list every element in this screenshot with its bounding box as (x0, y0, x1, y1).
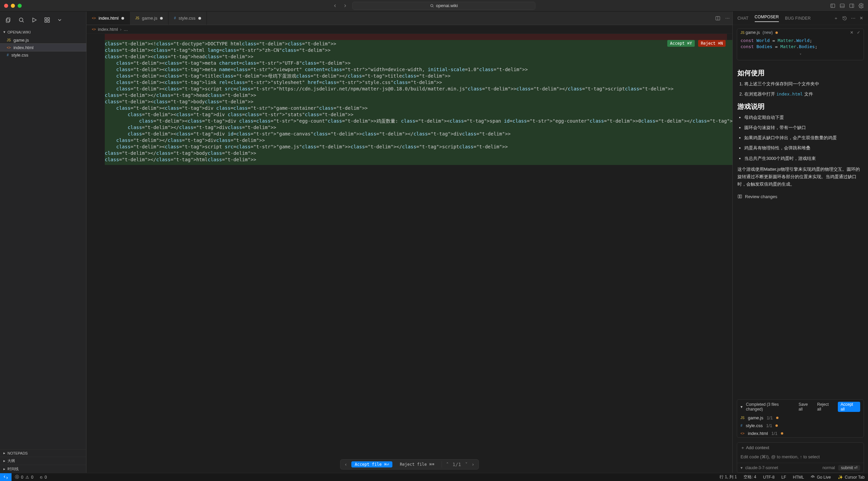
reject-file-button[interactable]: Reject file ⌘⌫ (396, 461, 437, 467)
status-cursor-pos[interactable]: 行 1, 列 1 (716, 474, 740, 480)
javascript-file-icon: JS (7, 38, 11, 42)
maximize-window-button[interactable] (18, 4, 22, 8)
file-item-game-js[interactable]: JS game.js (0, 36, 86, 44)
sidebar-section-notepads[interactable]: NOTEPADS (0, 449, 86, 457)
model-picker-chevron-icon[interactable] (741, 465, 743, 470)
project-header[interactable]: OPENAI.WIKI (0, 28, 86, 36)
run-icon[interactable] (31, 17, 37, 23)
reject-all-button[interactable]: Reject all (817, 402, 833, 412)
discard-snippet-icon[interactable]: ✕ (850, 30, 853, 35)
close-panel-icon[interactable]: ✕ (860, 15, 863, 21)
snippet-filename: JS game.js (741, 30, 760, 35)
svg-point-0 (431, 4, 433, 7)
save-all-button[interactable]: Save all (798, 402, 812, 412)
more-icon[interactable]: ⋯ (851, 15, 855, 21)
command-center-search[interactable]: openai.wiki (352, 2, 535, 10)
ai-panel: CHAT COMPOSER BUG FINDER ＋ ⋯ ✕ JS game.j… (732, 12, 868, 473)
remote-indicator[interactable] (0, 473, 12, 481)
tab-game-js[interactable]: JS game.js (130, 12, 169, 25)
status-cursor-tab[interactable]: ✨ Cursor Tab (834, 474, 868, 480)
file-item-index-html[interactable]: <> index.html (0, 44, 86, 51)
more-actions-icon[interactable]: ⋯ (725, 16, 730, 21)
status-eol[interactable]: LF (778, 474, 789, 480)
ai-response: 如何使用 将上述三个文件保存到同一个文件夹中 在浏览器中打开 index.htm… (733, 62, 868, 397)
snippet-filename-text: game.js (746, 30, 760, 35)
panel-bottom-icon[interactable] (840, 3, 845, 8)
status-language[interactable]: HTML (789, 474, 807, 480)
reject-hunk-button[interactable]: Reject ⌘N (698, 40, 726, 47)
error-count: 0 (21, 475, 23, 480)
submit-label: submit (841, 465, 853, 470)
sidebar-section-outline[interactable]: 大纲 (0, 457, 86, 465)
chevron-down-icon[interactable] (741, 404, 743, 409)
svg-rect-5 (7, 18, 10, 21)
tab-bug-finder[interactable]: BUG FINDER (785, 16, 811, 21)
breadcrumb[interactable]: <> index.html › … (86, 25, 732, 34)
status-errors[interactable]: ⓧ 0 ⚠ 0 (12, 474, 37, 480)
status-golive[interactable]: Go Live (807, 474, 834, 480)
status-indent[interactable]: 空格: 4 (740, 474, 760, 480)
accept-file-button[interactable]: Accept file ⌘⏎ (351, 461, 392, 467)
new-chat-icon[interactable]: ＋ (834, 15, 838, 21)
howto-heading: 如何使用 (737, 68, 863, 78)
split-editor-icon[interactable] (715, 16, 721, 21)
tab-index-html[interactable]: <> index.html (86, 12, 130, 25)
golive-label: Go Live (817, 475, 831, 480)
diff-icon (737, 194, 742, 199)
status-bar: ⓧ 0 ⚠ 0 ⎋ 0 行 1, 列 1 空格: 4 UTF-8 LF HTML… (0, 473, 868, 481)
panel-right-icon[interactable] (849, 3, 854, 8)
nav-forward-icon[interactable] (343, 3, 348, 8)
tab-style-css[interactable]: # style.css (169, 12, 206, 25)
tab-label: style.css (179, 16, 196, 21)
dirty-indicator-icon (160, 17, 163, 20)
panel-left-icon[interactable] (830, 3, 835, 8)
titlebar: openai.wiki (0, 0, 868, 12)
chevron-right-icon[interactable]: › (472, 462, 474, 467)
changed-file-ratio: 1/1 (771, 431, 777, 436)
next-hunk-icon[interactable]: ˅ (465, 462, 468, 467)
review-changes-button[interactable]: Review changes (737, 194, 777, 199)
howto-step: 在浏览器中打开 index.html 文件 (744, 90, 863, 98)
gameplay-paragraph: 这个游戏使用Matter.js物理引擎来实现鸡蛋的物理交互。圆环的旋转通过不断更… (737, 166, 863, 188)
file-label: index.html (14, 45, 34, 50)
nav-back-icon[interactable] (333, 3, 337, 8)
file-item-style-css[interactable]: # style.css (0, 51, 86, 59)
changed-file-ratio: 1/1 (767, 415, 773, 420)
history-icon[interactable] (842, 15, 847, 21)
svg-point-16 (812, 477, 813, 478)
model-name[interactable]: claude-3-7-sonnet (745, 465, 778, 470)
accept-hunk-button[interactable]: Accept ⌘Y (667, 40, 695, 47)
submit-button[interactable]: submit ⏎ (838, 465, 860, 470)
search-icon[interactable] (18, 17, 24, 23)
changed-file-row[interactable]: JS game.js 1/1 (737, 414, 864, 422)
howto-filename: index.html (776, 91, 803, 97)
status-ports[interactable]: ⎋ 0 (37, 475, 50, 480)
composer-input[interactable]: Edit code (⌘I), @ to mention, ↑ to selec… (741, 454, 820, 459)
changed-file-row[interactable]: # style.css 1/1 (737, 422, 864, 430)
dirty-indicator-icon (776, 417, 778, 419)
changed-file-row[interactable]: <> index.html 1/1 (737, 430, 864, 437)
prev-hunk-icon[interactable]: ˄ (446, 462, 449, 467)
layout-icon[interactable] (44, 17, 50, 23)
tab-composer[interactable]: COMPOSER (755, 15, 779, 22)
expand-snippet-button[interactable]: ˅ (737, 53, 864, 60)
sidebar-toolbar (0, 12, 86, 28)
settings-gear-icon[interactable] (859, 3, 864, 8)
status-encoding[interactable]: UTF-8 (760, 474, 778, 480)
diff-added-block: class="t-delim"><!class="t-doctype">DOCT… (105, 40, 732, 165)
accept-all-button[interactable]: Accept all (838, 402, 860, 412)
diff-removed-band (105, 34, 727, 40)
add-context-button[interactable]: ＋ Add context (741, 445, 769, 451)
minimize-window-button[interactable] (11, 4, 15, 8)
apply-snippet-icon[interactable]: ✓ (857, 30, 860, 35)
chevron-left-icon[interactable]: ‹ (344, 462, 347, 467)
chevron-down-icon[interactable] (57, 17, 62, 23)
svg-rect-15 (740, 195, 742, 198)
close-window-button[interactable] (4, 4, 8, 8)
tab-chat[interactable]: CHAT (737, 16, 749, 21)
mode-label[interactable]: normal (823, 465, 835, 470)
files-icon[interactable] (5, 17, 12, 23)
gameplay-point: 如果鸡蛋从缺口中掉出，会产生双倍数量的鸡蛋 (744, 134, 863, 142)
code-editor[interactable]: 12345678910111213141516171819 class="t-d… (86, 34, 732, 473)
sidebar-section-timeline[interactable]: 时间线 (0, 465, 86, 473)
